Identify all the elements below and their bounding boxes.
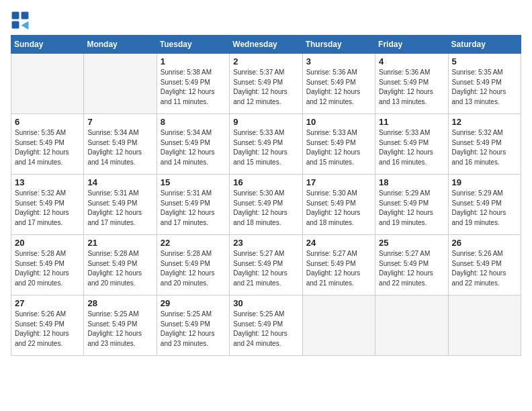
- calendar-cell: 23Sunrise: 5:27 AM Sunset: 5:49 PM Dayli…: [230, 235, 302, 295]
- day-detail: Sunrise: 5:34 AM Sunset: 5:49 PM Dayligh…: [87, 128, 152, 167]
- svg-rect-0: [12, 12, 19, 19]
- calendar-cell: 26Sunrise: 5:26 AM Sunset: 5:49 PM Dayli…: [448, 235, 521, 295]
- day-number: 5: [452, 56, 517, 66]
- day-number: 28: [87, 298, 152, 308]
- calendar-cell: 18Sunrise: 5:29 AM Sunset: 5:49 PM Dayli…: [375, 175, 448, 235]
- day-detail: Sunrise: 5:28 AM Sunset: 5:49 PM Dayligh…: [87, 249, 152, 288]
- col-header-tuesday: Tuesday: [157, 36, 229, 54]
- day-detail: Sunrise: 5:32 AM Sunset: 5:49 PM Dayligh…: [15, 189, 80, 228]
- day-number: 24: [306, 238, 371, 248]
- calendar-cell: [11, 54, 84, 114]
- day-detail: Sunrise: 5:32 AM Sunset: 5:49 PM Dayligh…: [452, 128, 517, 167]
- day-detail: Sunrise: 5:36 AM Sunset: 5:49 PM Dayligh…: [379, 68, 444, 107]
- day-detail: Sunrise: 5:33 AM Sunset: 5:49 PM Dayligh…: [306, 128, 371, 167]
- calendar-cell: 3Sunrise: 5:36 AM Sunset: 5:49 PM Daylig…: [302, 54, 375, 114]
- svg-marker-3: [21, 21, 29, 30]
- col-header-monday: Monday: [84, 36, 157, 54]
- calendar-cell: 22Sunrise: 5:28 AM Sunset: 5:49 PM Dayli…: [157, 235, 229, 295]
- day-detail: Sunrise: 5:25 AM Sunset: 5:49 PM Dayligh…: [87, 310, 152, 349]
- day-number: 27: [15, 298, 80, 308]
- day-number: 3: [306, 56, 371, 66]
- day-detail: Sunrise: 5:25 AM Sunset: 5:49 PM Dayligh…: [233, 310, 298, 349]
- day-detail: Sunrise: 5:26 AM Sunset: 5:49 PM Dayligh…: [452, 249, 517, 288]
- day-detail: Sunrise: 5:36 AM Sunset: 5:49 PM Dayligh…: [306, 68, 371, 107]
- day-detail: Sunrise: 5:27 AM Sunset: 5:49 PM Dayligh…: [233, 249, 298, 288]
- day-number: 30: [233, 298, 298, 308]
- day-detail: Sunrise: 5:31 AM Sunset: 5:49 PM Dayligh…: [87, 189, 152, 228]
- calendar-cell: 20Sunrise: 5:28 AM Sunset: 5:49 PM Dayli…: [11, 235, 84, 295]
- day-number: 25: [379, 238, 444, 248]
- calendar-cell: 1Sunrise: 5:38 AM Sunset: 5:49 PM Daylig…: [157, 54, 229, 114]
- col-header-thursday: Thursday: [302, 36, 375, 54]
- day-detail: Sunrise: 5:30 AM Sunset: 5:49 PM Dayligh…: [306, 189, 371, 228]
- col-header-sunday: Sunday: [11, 36, 84, 54]
- day-detail: Sunrise: 5:35 AM Sunset: 5:49 PM Dayligh…: [452, 68, 517, 107]
- calendar-cell: [448, 295, 521, 356]
- day-detail: Sunrise: 5:27 AM Sunset: 5:49 PM Dayligh…: [379, 249, 444, 288]
- calendar-cell: 17Sunrise: 5:30 AM Sunset: 5:49 PM Dayli…: [302, 175, 375, 235]
- day-number: 16: [233, 177, 298, 187]
- week-row-4: 20Sunrise: 5:28 AM Sunset: 5:49 PM Dayli…: [11, 235, 521, 295]
- day-detail: Sunrise: 5:31 AM Sunset: 5:49 PM Dayligh…: [161, 189, 226, 228]
- calendar-cell: 27Sunrise: 5:26 AM Sunset: 5:49 PM Dayli…: [11, 295, 84, 356]
- calendar-cell: 13Sunrise: 5:32 AM Sunset: 5:49 PM Dayli…: [11, 175, 84, 235]
- page-header: [11, 11, 521, 30]
- day-detail: Sunrise: 5:29 AM Sunset: 5:49 PM Dayligh…: [379, 189, 444, 228]
- calendar-cell: 29Sunrise: 5:25 AM Sunset: 5:49 PM Dayli…: [157, 295, 229, 356]
- calendar-cell: 12Sunrise: 5:32 AM Sunset: 5:49 PM Dayli…: [448, 114, 521, 175]
- day-number: 15: [161, 177, 226, 187]
- col-header-saturday: Saturday: [448, 36, 521, 54]
- day-detail: Sunrise: 5:26 AM Sunset: 5:49 PM Dayligh…: [15, 310, 80, 349]
- day-number: 4: [379, 56, 444, 66]
- calendar-cell: 25Sunrise: 5:27 AM Sunset: 5:49 PM Dayli…: [375, 235, 448, 295]
- calendar-cell: 4Sunrise: 5:36 AM Sunset: 5:49 PM Daylig…: [375, 54, 448, 114]
- svg-rect-2: [12, 21, 19, 29]
- day-detail: Sunrise: 5:33 AM Sunset: 5:49 PM Dayligh…: [233, 128, 298, 167]
- day-detail: Sunrise: 5:28 AM Sunset: 5:49 PM Dayligh…: [161, 249, 226, 288]
- day-number: 21: [87, 238, 152, 248]
- calendar-cell: 24Sunrise: 5:27 AM Sunset: 5:49 PM Dayli…: [302, 235, 375, 295]
- day-detail: Sunrise: 5:30 AM Sunset: 5:49 PM Dayligh…: [233, 189, 298, 228]
- day-number: 23: [233, 238, 298, 248]
- calendar-cell: [375, 295, 448, 356]
- calendar-cell: 15Sunrise: 5:31 AM Sunset: 5:49 PM Dayli…: [157, 175, 229, 235]
- calendar-cell: 30Sunrise: 5:25 AM Sunset: 5:49 PM Dayli…: [230, 295, 302, 356]
- day-number: 26: [452, 238, 517, 248]
- calendar-cell: 8Sunrise: 5:34 AM Sunset: 5:49 PM Daylig…: [157, 114, 229, 175]
- week-row-3: 13Sunrise: 5:32 AM Sunset: 5:49 PM Dayli…: [11, 175, 521, 235]
- day-number: 12: [452, 117, 517, 127]
- calendar-cell: 14Sunrise: 5:31 AM Sunset: 5:49 PM Dayli…: [84, 175, 157, 235]
- day-detail: Sunrise: 5:25 AM Sunset: 5:49 PM Dayligh…: [161, 310, 226, 349]
- day-number: 22: [161, 238, 226, 248]
- day-number: 13: [15, 177, 80, 187]
- calendar-cell: 6Sunrise: 5:35 AM Sunset: 5:49 PM Daylig…: [11, 114, 84, 175]
- day-number: 10: [306, 117, 371, 127]
- calendar-cell: 11Sunrise: 5:33 AM Sunset: 5:49 PM Dayli…: [375, 114, 448, 175]
- calendar-table: SundayMondayTuesdayWednesdayThursdayFrid…: [11, 35, 521, 356]
- svg-rect-1: [21, 12, 29, 19]
- day-detail: Sunrise: 5:35 AM Sunset: 5:49 PM Dayligh…: [15, 128, 80, 167]
- week-row-2: 6Sunrise: 5:35 AM Sunset: 5:49 PM Daylig…: [11, 114, 521, 175]
- calendar-cell: 16Sunrise: 5:30 AM Sunset: 5:49 PM Dayli…: [230, 175, 302, 235]
- calendar-cell: 2Sunrise: 5:37 AM Sunset: 5:49 PM Daylig…: [230, 54, 302, 114]
- day-detail: Sunrise: 5:29 AM Sunset: 5:49 PM Dayligh…: [452, 189, 517, 228]
- week-row-5: 27Sunrise: 5:26 AM Sunset: 5:49 PM Dayli…: [11, 295, 521, 356]
- day-detail: Sunrise: 5:34 AM Sunset: 5:49 PM Dayligh…: [161, 128, 226, 167]
- calendar-cell: [302, 295, 375, 356]
- day-number: 19: [452, 177, 517, 187]
- calendar-cell: 10Sunrise: 5:33 AM Sunset: 5:49 PM Dayli…: [302, 114, 375, 175]
- day-number: 7: [87, 117, 152, 127]
- day-number: 17: [306, 177, 371, 187]
- day-number: 2: [233, 56, 298, 66]
- calendar-cell: 28Sunrise: 5:25 AM Sunset: 5:49 PM Dayli…: [84, 295, 157, 356]
- day-detail: Sunrise: 5:33 AM Sunset: 5:49 PM Dayligh…: [379, 128, 444, 167]
- day-number: 29: [161, 298, 226, 308]
- day-number: 8: [161, 117, 226, 127]
- day-number: 6: [15, 117, 80, 127]
- col-header-wednesday: Wednesday: [230, 36, 302, 54]
- week-row-1: 1Sunrise: 5:38 AM Sunset: 5:49 PM Daylig…: [11, 54, 521, 114]
- calendar-cell: 21Sunrise: 5:28 AM Sunset: 5:49 PM Dayli…: [84, 235, 157, 295]
- day-detail: Sunrise: 5:27 AM Sunset: 5:49 PM Dayligh…: [306, 249, 371, 288]
- day-number: 18: [379, 177, 444, 187]
- calendar-cell: 9Sunrise: 5:33 AM Sunset: 5:49 PM Daylig…: [230, 114, 302, 175]
